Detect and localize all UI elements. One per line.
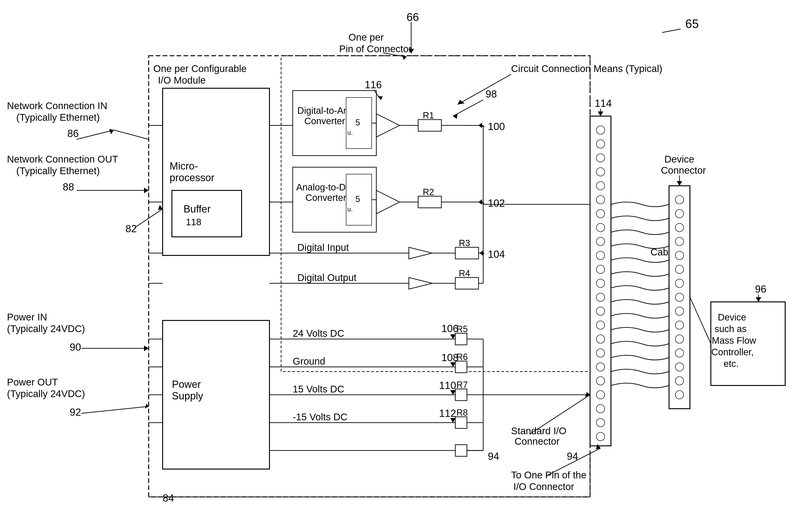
network-out-paren: (Typically Ethernet) [16,165,100,176]
r2-label: R2 [423,187,434,197]
n102-label: 102 [488,197,505,209]
n96-label: 96 [755,283,766,295]
svg-rect-31 [418,196,442,208]
svg-point-93 [596,140,605,148]
svg-point-98 [596,209,605,218]
svg-rect-72 [455,445,467,456]
diagram-container: 65 66 One per Configurable I/O Module On… [0,0,804,532]
microprocessor-label: Micro- [170,160,198,172]
svg-point-112 [596,404,605,413]
device-label: Device [718,312,746,322]
svg-point-113 [596,418,605,427]
svg-point-95 [596,168,605,176]
power-supply-label: Power [172,379,201,390]
svg-point-106 [596,321,605,329]
n94-label2: 94 [567,451,578,462]
r5-label: R5 [456,324,468,334]
label-66: 66 [407,11,419,23]
n88-label: 88 [63,181,74,192]
mass-flow-label: Mass Flow [712,335,756,345]
svg-rect-64 [455,389,467,401]
volts-15-label: 15 Volts DC [293,384,344,395]
io-connector-label: I/O Connector [513,481,574,492]
n98-label: 98 [486,88,497,100]
volts-24-label: 24 Volts DC [293,328,344,339]
svg-point-94 [596,154,605,162]
adc-label2: Converter [305,192,347,203]
n82-label: 82 [126,223,137,234]
svg-point-92 [596,126,605,134]
network-out-label: Network Connection OUT [7,154,118,165]
svg-rect-40 [455,247,479,259]
svg-point-130 [675,363,684,371]
fig-number: 65 [685,17,699,31]
svg-point-104 [596,293,605,301]
n114-label: 114 [595,97,612,109]
device-connector-label: Device [665,154,694,165]
power-supply-label2: Supply [172,390,203,401]
svg-point-121 [675,237,684,246]
volts-neg15-label: -15 Volts DC [293,412,348,422]
svg-text:5: 5 [355,194,360,204]
svg-point-120 [675,223,684,232]
device-such-label: such as [714,324,747,334]
svg-point-119 [675,209,684,218]
svg-point-132 [675,391,684,399]
n86-label: 86 [68,128,79,139]
svg-point-107 [596,335,605,343]
network-in-label: Network Connection IN [7,100,107,111]
svg-rect-47 [455,278,479,289]
standard-io-label: Standard I/O [511,425,566,436]
svg-point-101 [596,251,605,260]
svg-point-110 [596,377,605,385]
svg-point-124 [675,279,684,287]
svg-point-111 [596,391,605,399]
n106-label: 106 [442,323,458,334]
svg-text:5: 5 [355,118,360,127]
svg-text:u.: u. [347,129,353,136]
svg-point-131 [675,377,684,385]
etc-label: etc. [724,359,738,369]
svg-point-96 [596,182,605,190]
r8-label: R8 [456,408,468,418]
digital-output-label: Digital Output [297,272,357,283]
svg-point-123 [675,265,684,273]
svg-rect-54 [455,333,467,345]
buffer-label: Buffer [184,203,211,214]
n110-label: 110 [439,380,456,391]
svg-point-108 [596,349,605,357]
r1-label: R1 [423,111,434,120]
pin-connector-label: Pin of Connector [339,43,412,54]
svg-point-129 [675,349,684,357]
controller-label: Controller, [711,347,753,357]
svg-point-97 [596,195,605,204]
device-connector-label2: Connector [661,165,706,176]
r6-label: R6 [456,352,468,362]
r3-label: R3 [459,238,470,248]
buffer-number: 118 [186,217,201,227]
ground-label: Ground [293,356,325,367]
svg-rect-59 [455,361,467,373]
svg-point-118 [675,195,684,204]
dac-label2: Converter [304,116,345,126]
to-one-pin-label: To One Pin of the [511,470,586,480]
svg-point-105 [596,307,605,315]
svg-point-109 [596,363,605,371]
svg-text:u.: u. [347,206,353,213]
r7-label: R7 [456,380,468,390]
n104-label: 104 [488,248,505,260]
r4-label: R4 [459,268,470,278]
n94-label: 94 [488,451,499,462]
power-in-paren: (Typically 24VDC) [7,323,85,334]
connector-label: Connector [515,436,560,447]
svg-point-100 [596,237,605,246]
n90-label: 90 [70,341,81,353]
power-in-label: Power IN [7,311,47,323]
svg-rect-69 [455,417,467,429]
svg-point-128 [675,335,684,343]
svg-point-102 [596,265,605,273]
svg-point-103 [596,279,605,287]
microprocessor-label2: processor [170,172,214,183]
one-per-pin-label: One per [349,32,384,43]
one-per-configurable-label: One per Configurable [153,63,247,74]
